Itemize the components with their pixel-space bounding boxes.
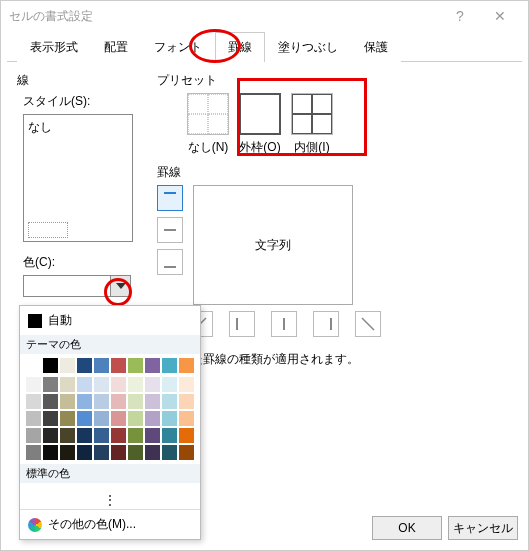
close-button[interactable]: ✕	[480, 8, 520, 24]
color-swatch[interactable]	[128, 411, 143, 426]
color-auto[interactable]: 自動	[20, 306, 200, 335]
border-left-button[interactable]	[229, 311, 255, 337]
color-swatch[interactable]	[111, 428, 126, 443]
color-swatch[interactable]	[111, 358, 126, 373]
svg-rect-5	[283, 318, 285, 330]
color-swatch[interactable]	[145, 428, 160, 443]
border-middle-h-button[interactable]	[157, 217, 183, 243]
color-swatch[interactable]	[77, 358, 92, 373]
color-swatch[interactable]	[111, 445, 126, 460]
color-swatch[interactable]	[145, 394, 160, 409]
color-swatch[interactable]	[111, 377, 126, 392]
color-swatch[interactable]	[77, 411, 92, 426]
style-none[interactable]: なし	[28, 119, 128, 136]
color-swatch[interactable]	[26, 394, 41, 409]
color-swatch[interactable]	[60, 377, 75, 392]
style-sample-dotted[interactable]	[28, 222, 68, 238]
color-swatch[interactable]	[179, 394, 194, 409]
color-swatch[interactable]	[179, 445, 194, 460]
svg-line-7	[362, 318, 374, 330]
color-swatch[interactable]	[60, 394, 75, 409]
color-swatch[interactable]	[26, 445, 41, 460]
color-swatch[interactable]	[60, 445, 75, 460]
color-swatch[interactable]	[94, 411, 109, 426]
color-swatch[interactable]	[179, 358, 194, 373]
color-swatch[interactable]	[162, 377, 177, 392]
color-swatch[interactable]	[128, 428, 143, 443]
color-swatch[interactable]	[43, 358, 58, 373]
tab-font[interactable]: フォント	[141, 32, 215, 62]
tab-alignment[interactable]: 配置	[91, 32, 141, 62]
standard-colors-label: 標準の色	[20, 464, 200, 483]
color-swatch[interactable]	[60, 411, 75, 426]
standard-colors	[20, 483, 200, 491]
color-swatch[interactable]	[77, 428, 92, 443]
color-swatch[interactable]	[77, 377, 92, 392]
color-swatch[interactable]	[145, 445, 160, 460]
ok-button[interactable]: OK	[372, 516, 442, 540]
color-swatch[interactable]	[162, 411, 177, 426]
color-swatch[interactable]	[94, 445, 109, 460]
title-bar: セルの書式設定 ? ✕	[1, 1, 528, 31]
line-style-list[interactable]: なし	[23, 114, 133, 242]
color-swatch[interactable]	[77, 445, 92, 460]
border-diag-down-button[interactable]	[355, 311, 381, 337]
color-swatch[interactable]	[43, 428, 58, 443]
color-swatch[interactable]	[26, 428, 41, 443]
preset-outline[interactable]: 外枠(O)	[239, 93, 281, 156]
border-top-button[interactable]	[157, 185, 183, 211]
color-field[interactable]	[23, 275, 111, 297]
color-dropdown-button[interactable]	[111, 275, 131, 297]
color-swatch[interactable]	[179, 428, 194, 443]
color-swatch[interactable]	[162, 394, 177, 409]
color-auto-label: 自動	[48, 312, 72, 329]
color-wheel-icon	[28, 518, 42, 532]
theme-colors-shades	[20, 377, 200, 464]
more-colors[interactable]: その他の色(M)...	[20, 509, 200, 539]
color-swatch[interactable]	[162, 428, 177, 443]
color-swatch[interactable]	[43, 394, 58, 409]
tab-fill[interactable]: 塗りつぶし	[265, 32, 351, 62]
color-swatch[interactable]	[128, 394, 143, 409]
color-swatch[interactable]	[111, 394, 126, 409]
preset-label: プリセット	[157, 72, 512, 89]
color-swatch[interactable]	[162, 445, 177, 460]
color-swatch[interactable]	[43, 411, 58, 426]
color-swatch[interactable]	[94, 394, 109, 409]
svg-rect-0	[164, 192, 176, 194]
color-swatch[interactable]	[162, 358, 177, 373]
color-swatch[interactable]	[94, 358, 109, 373]
more-colors-label: その他の色(M)...	[48, 516, 136, 533]
preset-none[interactable]: なし(N)	[187, 93, 229, 156]
color-swatch[interactable]	[26, 358, 41, 373]
border-bottom-button[interactable]	[157, 249, 183, 275]
border-preview[interactable]: 文字列	[193, 185, 353, 305]
border-right-button[interactable]	[313, 311, 339, 337]
color-swatch[interactable]	[145, 411, 160, 426]
color-swatch[interactable]	[145, 377, 160, 392]
color-swatch[interactable]	[128, 358, 143, 373]
color-swatch[interactable]	[60, 358, 75, 373]
color-swatch[interactable]	[26, 411, 41, 426]
color-swatch[interactable]	[128, 377, 143, 392]
color-swatch[interactable]	[94, 377, 109, 392]
color-swatch[interactable]	[111, 411, 126, 426]
border-middle-v-button[interactable]	[271, 311, 297, 337]
color-swatch[interactable]	[179, 377, 194, 392]
tab-protection[interactable]: 保護	[351, 32, 401, 62]
preset-inside[interactable]: 内側(I)	[291, 93, 333, 156]
tab-number[interactable]: 表示形式	[17, 32, 91, 62]
color-swatch[interactable]	[94, 428, 109, 443]
color-swatch[interactable]	[179, 411, 194, 426]
help-button[interactable]: ?	[440, 8, 480, 24]
color-swatch[interactable]	[77, 394, 92, 409]
color-swatch[interactable]	[43, 445, 58, 460]
color-swatch[interactable]	[60, 428, 75, 443]
border-group-label: 罫線	[157, 164, 512, 181]
color-swatch[interactable]	[145, 358, 160, 373]
color-swatch[interactable]	[128, 445, 143, 460]
color-swatch[interactable]	[26, 377, 41, 392]
tab-border[interactable]: 罫線	[215, 32, 265, 62]
color-swatch[interactable]	[43, 377, 58, 392]
cancel-button[interactable]: キャンセル	[448, 516, 518, 540]
